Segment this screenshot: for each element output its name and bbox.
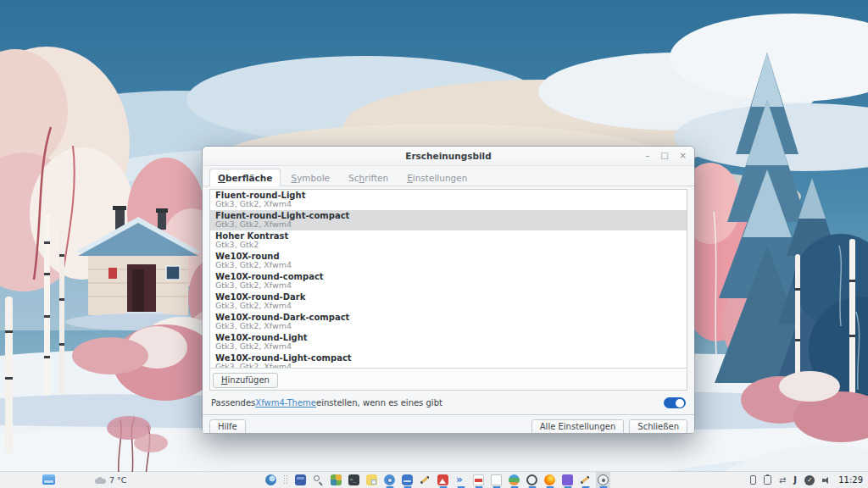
taskbar-launcher[interactable] <box>42 474 55 485</box>
window-launcher-icon <box>42 474 55 485</box>
xfwm4-theme-link[interactable]: Xfwm4-Theme <box>255 398 316 408</box>
add-theme-button[interactable]: Hinzufügen <box>213 373 278 388</box>
page-icon <box>491 474 502 485</box>
appearance-dialog: Erscheinungsbild – □ × Oberfläche Symbol… <box>202 146 695 434</box>
taskbar-app[interactable] <box>364 472 379 488</box>
xfwm-theme-toggle[interactable] <box>664 397 686 408</box>
theme-list-item[interactable]: Fluent-round-Light-compact Gtk3, Gtk2, X… <box>210 210 687 230</box>
pdf-icon <box>473 474 484 485</box>
notes-icon <box>366 474 377 485</box>
tab-label: Oberfläche <box>218 173 272 183</box>
taskbar-app-strip <box>264 472 610 488</box>
taskbar-app[interactable] <box>311 472 326 488</box>
taskbar-app[interactable] <box>400 472 415 488</box>
edit-icon <box>420 474 431 485</box>
minimize-icon[interactable]: – <box>645 152 649 160</box>
all-settings-button[interactable]: Alle Einstellungen <box>531 419 625 434</box>
volume-icon[interactable] <box>822 475 832 485</box>
car-icon <box>402 474 413 485</box>
taskbar-app[interactable] <box>382 472 397 488</box>
dialog-title: Erscheinungsbild <box>405 151 491 161</box>
window-controls: – □ × <box>645 147 687 165</box>
taskbar-app[interactable] <box>560 472 575 488</box>
camera-icon <box>384 474 395 485</box>
theme-engines: Gtk3, Gtk2, Xfwm4 <box>215 342 682 351</box>
taskbar-app[interactable] <box>436 472 450 488</box>
firefox-icon <box>544 474 555 485</box>
help-button[interactable]: Hilfe <box>209 419 246 434</box>
taskbar-app[interactable] <box>471 472 486 488</box>
close-button[interactable]: Schließen <box>629 419 687 434</box>
mosaic-icon <box>331 474 342 485</box>
taskbar-app[interactable] <box>329 472 343 488</box>
taskbar-app[interactable] <box>596 472 610 488</box>
taskbar-app[interactable] <box>347 472 361 488</box>
terminal-icon <box>348 474 359 485</box>
web-browser-icon <box>265 474 276 485</box>
theme-engines: Gtk3, Gtk2 <box>215 241 682 249</box>
taskbar: 7 °C <box>0 472 868 488</box>
swirl-icon <box>526 474 537 485</box>
close-icon[interactable]: × <box>680 152 687 160</box>
theme-list-item[interactable]: We10X-round-Light-compact Gtk3, Gtk2, Xf… <box>210 352 687 368</box>
theme-list-item[interactable]: We10X-round Gtk3, Gtk2, Xfwm4 <box>210 251 687 271</box>
taskbar-app[interactable] <box>525 472 539 488</box>
theme-list-item[interactable]: We10X-round-Dark Gtk3, Gtk2, Xfwm4 <box>210 291 687 312</box>
grip-icon <box>283 474 288 485</box>
tab-bar: Oberfläche Symbole Schriften Einstellung… <box>203 166 694 186</box>
phone-icon[interactable] <box>750 475 756 485</box>
temperature-label: 7 °C <box>109 475 126 485</box>
theme-engines: Gtk3, Gtk2, Xfwm4 <box>215 281 682 290</box>
photos-icon <box>437 474 448 485</box>
taskbar-app[interactable] <box>507 472 521 488</box>
xfwm-text-suffix: einstellen, wenn es eines gibt <box>316 398 442 408</box>
files-icon <box>295 474 306 485</box>
system-tray <box>750 472 832 488</box>
theme-list-item[interactable]: Hoher Kontrast Gtk3, Gtk2 <box>210 230 687 251</box>
edit-icon <box>580 474 591 485</box>
taskbar-app[interactable] <box>578 472 593 488</box>
theme-list-item[interactable]: We10X-round-compact Gtk3, Gtk2, Xfwm4 <box>210 271 687 291</box>
weather-widget[interactable]: 7 °C <box>95 472 126 488</box>
dialog-body: Oberfläche Symbole Schriften Einstellung… <box>203 166 694 434</box>
theme-engines: Gtk3, Gtk2, Xfwm4 <box>215 220 682 229</box>
taskbar-app[interactable] <box>264 472 278 488</box>
dialog-titlebar[interactable]: Erscheinungsbild – □ × <box>203 147 694 166</box>
theme-list-item[interactable]: We10X-round-Dark-compact Gtk3, Gtk2, Xfw… <box>210 312 687 332</box>
search-icon <box>313 474 324 485</box>
chevrons-icon <box>455 474 466 485</box>
tab-label: Einstellungen <box>407 173 467 183</box>
footer-actions: Alle Einstellungen Schließen <box>531 419 687 434</box>
cloud-icon <box>95 477 106 484</box>
theme-engines: Gtk3, Gtk2, Xfwm4 <box>215 200 682 208</box>
sync-icon[interactable] <box>779 475 786 485</box>
taskbar-app[interactable] <box>489 472 504 488</box>
taskbar-app[interactable] <box>281 472 290 488</box>
theme-list-item[interactable]: We10X-round-Light Gtk3, Gtk2, Xfwm4 <box>210 332 687 352</box>
tab[interactable]: Schriften <box>340 169 397 186</box>
taskbar-app[interactable] <box>453 472 468 488</box>
theme-list: Fluent-round-Light Gtk3, Gtk2, Xfwm4 Flu… <box>210 190 687 368</box>
theme-name: Hoher Kontrast <box>215 231 682 241</box>
joplin-icon[interactable] <box>793 475 797 485</box>
theme-engines: Gtk3, Gtk2, Xfwm4 <box>215 261 682 269</box>
taskbar-app[interactable] <box>293 472 308 488</box>
taskbar-app[interactable] <box>542 472 557 488</box>
add-row: Hinzufügen <box>210 368 687 390</box>
folder-purple-icon <box>562 474 573 485</box>
tab[interactable]: Einstellungen <box>398 169 476 186</box>
settings-dial-icon <box>598 474 609 485</box>
desktop: Erscheinungsbild – □ × Oberfläche Symbol… <box>0 0 868 488</box>
xfwm-theme-row: Passendes Xfwm4-Theme einstellen, wenn e… <box>203 391 694 414</box>
updates-icon[interactable] <box>804 475 815 485</box>
tab-label: Symbole <box>291 173 330 183</box>
tab[interactable]: Symbole <box>282 169 338 186</box>
taskbar-app[interactable] <box>418 472 432 488</box>
tab[interactable]: Oberfläche <box>209 169 281 186</box>
tab-label: Schriften <box>348 173 388 183</box>
theme-engines: Gtk3, Gtk2, Xfwm4 <box>215 302 682 310</box>
maximize-icon[interactable]: □ <box>660 152 668 160</box>
clock[interactable]: 11:29 <box>838 472 863 488</box>
theme-list-item[interactable]: Fluent-round-Light Gtk3, Gtk2, Xfwm4 <box>210 190 687 210</box>
clipboard-icon[interactable] <box>764 475 771 485</box>
